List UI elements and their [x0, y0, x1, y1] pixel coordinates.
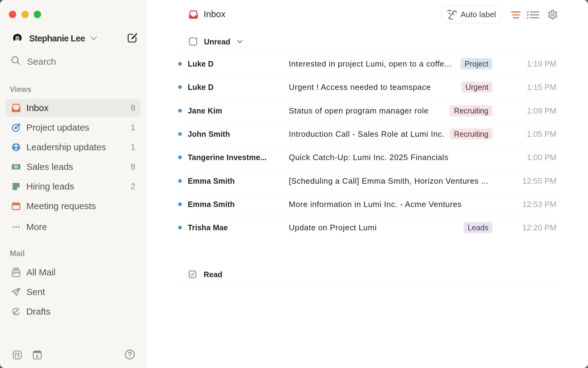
svg-text:6: 6	[36, 354, 39, 359]
